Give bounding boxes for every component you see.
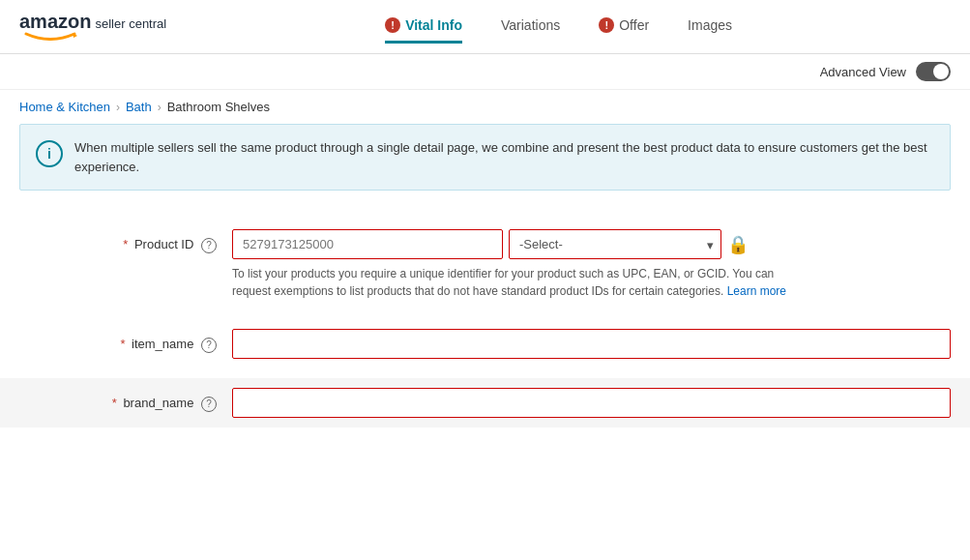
brand-name-row: * brand_name ?	[0, 378, 970, 427]
product-id-learn-more-link[interactable]: Learn more	[727, 284, 786, 298]
form-section: * Product ID ? -Select- UPC EAN GCID 🔒 T…	[0, 210, 970, 457]
logo-sellercentral-text: seller central	[95, 16, 166, 31]
item-name-input[interactable]	[232, 329, 951, 359]
product-id-field-content: -Select- UPC EAN GCID 🔒 To list your pro…	[232, 229, 951, 300]
nav-tabs: ! Vital Info Variations ! Offer Images	[166, 10, 951, 44]
info-icon: i	[36, 140, 63, 167]
tab-images[interactable]: Images	[688, 10, 732, 44]
product-id-select-wrapper: -Select- UPC EAN GCID	[509, 229, 721, 259]
product-id-helper-text-content: To list your products you require a uniq…	[232, 267, 774, 298]
brand-name-label: * brand_name ?	[19, 388, 232, 412]
breadcrumb-separator-1: ›	[116, 101, 120, 114]
info-banner: i When multiple sellers sell the same pr…	[19, 124, 951, 191]
toolbar: Advanced View	[0, 54, 970, 90]
brand-name-help-icon[interactable]: ?	[201, 397, 217, 412]
item-name-required-star: *	[120, 337, 125, 351]
amazon-smile-icon	[21, 31, 79, 41]
header: amazon seller central ! Vital Info Varia…	[0, 0, 970, 54]
product-id-input[interactable]	[232, 229, 503, 259]
item-name-help-icon[interactable]: ?	[201, 338, 217, 353]
tab-offer-label: Offer	[619, 17, 649, 33]
info-banner-text: When multiple sellers sell the same prod…	[74, 138, 934, 176]
tab-offer[interactable]: ! Offer	[599, 10, 649, 44]
tab-vital-info[interactable]: ! Vital Info	[385, 10, 462, 44]
product-id-helper-text: To list your products you require a uniq…	[232, 265, 812, 300]
product-id-help-icon[interactable]: ?	[201, 238, 217, 253]
product-id-label: * Product ID ?	[19, 229, 232, 253]
brand-name-label-text: brand_name	[123, 396, 193, 410]
advanced-view-toggle[interactable]	[916, 62, 951, 81]
product-id-required-star: *	[123, 237, 128, 251]
breadcrumb-current: Bathroom Shelves	[167, 100, 270, 114]
tab-images-label: Images	[688, 17, 732, 33]
item-name-label-text: item_name	[132, 337, 193, 351]
product-id-type-select[interactable]: -Select- UPC EAN GCID	[509, 229, 721, 259]
vital-info-alert-icon: !	[385, 17, 400, 33]
item-name-label: * item_name ?	[19, 329, 232, 353]
product-id-row: * Product ID ? -Select- UPC EAN GCID 🔒 T…	[0, 220, 970, 309]
brand-name-required-star: *	[112, 396, 117, 410]
tab-vital-info-label: Vital Info	[405, 17, 462, 33]
breadcrumb-home-kitchen[interactable]: Home & Kitchen	[19, 100, 110, 114]
advanced-view-label: Advanced View	[820, 65, 906, 79]
offer-alert-icon: !	[599, 17, 614, 33]
breadcrumb-bath[interactable]: Bath	[126, 100, 152, 114]
breadcrumb-separator-2: ›	[158, 101, 162, 114]
product-id-label-text: Product ID	[134, 237, 193, 251]
item-name-row: * item_name ?	[0, 319, 970, 368]
product-id-input-row: -Select- UPC EAN GCID 🔒	[232, 229, 951, 259]
lock-icon: 🔒	[727, 234, 749, 255]
tab-variations[interactable]: Variations	[501, 10, 560, 44]
tab-variations-label: Variations	[501, 17, 560, 33]
breadcrumb: Home & Kitchen › Bath › Bathroom Shelves	[0, 90, 970, 124]
brand-name-field-content	[232, 388, 951, 418]
brand-name-input[interactable]	[232, 388, 951, 418]
item-name-field-content	[232, 329, 951, 359]
logo: amazon seller central	[19, 11, 166, 44]
